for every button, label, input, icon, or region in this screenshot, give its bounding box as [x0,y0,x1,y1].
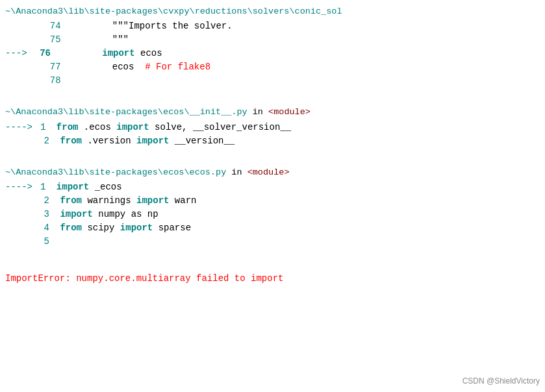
import-keyword-76: import [102,48,134,58]
ecos-private: _ecos [89,182,121,192]
line-number-s3-3: 3 [42,208,55,221]
line-content-75: """ [69,33,540,47]
code-line-s3-5: 5 [5,235,540,249]
numpy-import: numpy as np [93,209,158,219]
arrow-s2-1: ----> [5,121,38,134]
section-1-path: ~\Anaconda3\lib\site-packages\cvxpy\redu… [5,6,342,16]
divider-1 [0,98,545,106]
divider-2 [0,158,545,166]
line-number-s3-4: 4 [42,221,55,235]
code-line-s3-4: 4 from scipy import sparse [5,221,540,235]
section-2: ~\Anaconda3\lib\site-packages\ecos\__ini… [0,106,545,147]
line-number-78: 78 [30,74,69,88]
section-2-path: ~\Anaconda3\lib\site-packages\ecos\__ini… [5,107,247,117]
code-line-77: 77 ecos # For flake8 [5,60,540,74]
line-number-75: 75 [30,33,69,47]
line-content-77: ecos # For flake8 [69,60,540,74]
arrow-s3-1: ----> [5,180,38,194]
import-list-1: solve, __solver_version__ [149,122,291,132]
from-kw-1: from [57,122,79,132]
section-1-header: ~\Anaconda3\lib\site-packages\cvxpy\redu… [5,5,540,18]
line-content-s2-2: from .version import __version__ [55,134,540,148]
code-line-78: 78 [5,74,540,88]
section-3-module: <module> [247,167,290,177]
module-ecos: ecos [135,48,162,58]
import-kw-2: import [136,136,169,146]
divider-3 [0,259,545,267]
section-2-in: in [247,107,268,117]
line-content-s3-2: from warnings import warn [55,194,540,208]
arrow-placeholder-75 [5,33,27,47]
line-content-74: """Imports the solver. [69,19,540,33]
arrow-placeholder-78 [5,74,27,88]
ecos-ref: ecos [69,62,146,72]
version-import: __version__ [169,136,234,146]
import-kw-1: import [116,122,149,132]
ecos-module-ref: .ecos [78,122,116,132]
section-3-path: ~\Anaconda3\lib\site-packages\ecos\ecos.… [5,167,226,177]
from-kw-s3-2: from [60,195,82,206]
code-line-s2-1: ----> 1 from .ecos import solve, __solve… [5,121,540,134]
import-kw-s3-3: import [60,209,92,219]
code-line-s2-2: 2 from .version import __version__ [5,134,540,148]
import-error: ImportError: numpy.core.multiarray faile… [0,267,545,288]
line-content-76: import ecos [58,47,540,60]
warnings-ref: warnings [82,195,136,206]
arrow-placeholder-77 [5,60,27,74]
line-number-s3-5: 5 [42,235,55,249]
code-line-76: ---> 76 import ecos [5,47,540,60]
arrow-placeholder [5,19,27,33]
warn-import: warn [169,195,196,206]
line-number-s3-2: 2 [42,194,55,208]
line-content-s2-1: from .ecos import solve, __solver_versio… [51,121,540,134]
line-number-s2-1: 1 [38,121,51,134]
section-1: ~\Anaconda3\lib\site-packages\cvxpy\redu… [0,5,545,88]
code-line-74: 74 """Imports the solver. [5,19,540,33]
code-line-s3-3: 3 import numpy as np [5,208,540,221]
import-kw-s3-4: import [120,223,153,233]
line-number-77: 77 [30,60,69,74]
flake8-comment: # For flake8 [145,62,210,72]
line-number-s2-2: 2 [42,134,55,148]
scipy-ref: scipy [82,223,120,233]
code-line-s3-2: 2 from warnings import warn [5,194,540,208]
import-kw-s3-2: import [136,195,169,206]
section-3: ~\Anaconda3\lib\site-packages\ecos\ecos.… [0,166,545,249]
line-number-74: 74 [30,19,69,33]
import-error-text: ImportError: numpy.core.multiarray faile… [5,273,283,284]
code-container: ~\Anaconda3\lib\site-packages\cvxpy\redu… [0,0,545,293]
from-kw-s3-4: from [60,223,82,233]
version-ref: .version [82,136,136,146]
arrow-76: ---> [5,47,32,60]
code-line-75: 75 """ [5,33,540,47]
import-kw-s3-1: import [57,182,89,192]
section-3-in: in [226,167,247,177]
line-content-s3-4: from scipy import sparse [55,221,540,235]
section-3-header: ~\Anaconda3\lib\site-packages\ecos\ecos.… [5,166,540,179]
section-2-module: <module> [268,107,311,117]
sparse-import: sparse [153,223,191,233]
watermark: CSDN @ShieldVictory [463,375,540,387]
line-number-76: 76 [32,47,58,60]
line-content-s3-3: import numpy as np [55,208,540,221]
section-2-header: ~\Anaconda3\lib\site-packages\ecos\__ini… [5,106,540,119]
line-number-s3-1: 1 [38,180,51,194]
from-kw-2: from [60,136,82,146]
code-line-s3-1: ----> 1 import _ecos [5,180,540,194]
line-content-s3-1: import _ecos [51,180,540,194]
